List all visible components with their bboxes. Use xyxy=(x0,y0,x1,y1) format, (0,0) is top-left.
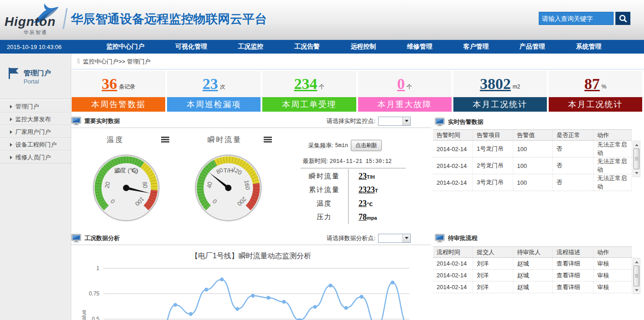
app-header: Hignton 华辰智通 华辰智通设备远程监控物联网云平台 xyxy=(0,0,644,40)
sidebar-item-4[interactable]: 维修人员门户 xyxy=(0,151,71,163)
table-row[interactable]: 2014-02-14刘洋赵城查看详细审核 xyxy=(433,258,632,270)
stat-card-1[interactable]: 23次本周巡检漏项 xyxy=(167,71,261,112)
reading-value[interactable]: 23 xyxy=(359,172,367,181)
scroll-down-button[interactable] xyxy=(634,287,639,293)
svg-text:value: value xyxy=(81,310,87,320)
sidebar: 管理门户 Portal 管理门户监控大屏发布厂家用户门户设备工程师门户维修人员门… xyxy=(0,54,71,320)
stat-card-3[interactable]: 0个本月重大故障 xyxy=(358,71,452,112)
gauge-title-flow: 瞬时流量 xyxy=(207,135,242,145)
select-dropdown-button[interactable] xyxy=(403,234,410,242)
stat-unit: 个 xyxy=(319,83,324,91)
stat-value[interactable]: 23 xyxy=(202,76,218,92)
table-row[interactable]: 2014-02-142号龙门吊100否无法正常启动 xyxy=(433,158,632,174)
refresh-button[interactable]: 点击刷新 xyxy=(351,140,382,151)
sidebar-item-3[interactable]: 设备工程师门户 xyxy=(0,138,71,151)
nav-item-7[interactable]: 产品管理 xyxy=(520,43,545,51)
header-search xyxy=(539,12,630,25)
nav-item-8[interactable]: 系统管理 xyxy=(576,43,601,51)
approval-panel-title: 待审批流程 xyxy=(448,234,477,242)
reading-value[interactable]: 23 xyxy=(359,199,367,208)
select-dropdown-button[interactable] xyxy=(403,117,410,125)
stat-card-2[interactable]: 234个本周工单受理 xyxy=(262,71,356,112)
search-button[interactable] xyxy=(615,12,630,25)
table-row[interactable]: 2014-02-14刘洋赵城查看详细审核 xyxy=(433,281,632,293)
temperature-gauge: 020406080100温度 (℃) xyxy=(92,153,161,222)
page-title: 华辰智通设备远程监控物联网云平台 xyxy=(71,11,267,27)
latest-time: 最新时间: 2014-11-21 15:30:12 xyxy=(303,157,392,165)
nav-menu: 监控中心门户可视化管理工况监控工况告警远程控制维修管理客户管理产品管理系统管理 xyxy=(91,43,644,51)
approval-table-scrollbar[interactable] xyxy=(633,258,640,294)
approval-panel-header: 待审批流程 xyxy=(431,231,644,245)
stat-card-5[interactable]: 87%本月工况统计 xyxy=(549,71,642,112)
triangle-right-icon xyxy=(10,156,12,159)
alarm-panel-header: 实时告警数据 xyxy=(431,115,644,129)
nav-item-3[interactable]: 工况告警 xyxy=(294,43,320,51)
stat-card-4[interactable]: 3802m2本月工况统计 xyxy=(453,71,547,112)
nav-item-1[interactable]: 可视化管理 xyxy=(175,43,207,51)
stat-value[interactable]: 0 xyxy=(397,76,405,92)
triangle-right-icon xyxy=(10,105,12,108)
logo-subtext: 华辰智通 xyxy=(24,29,47,36)
sidebar-item-1[interactable]: 监控大屏发布 xyxy=(0,113,71,125)
nav-item-2[interactable]: 工况监控 xyxy=(238,43,263,51)
sidebar-menu: 管理门户监控大屏发布厂家用户门户设备工程师门户维修人员门户 xyxy=(0,100,71,163)
nav-item-4[interactable]: 远程控制 xyxy=(350,43,376,51)
arrow-up-icon xyxy=(635,144,639,146)
realtime-section-title: 重要实时数据 xyxy=(84,117,120,125)
stat-label: 本月工况统计 xyxy=(549,97,642,112)
column-header: 动作 xyxy=(594,130,632,141)
breadcrumb-icon xyxy=(78,59,80,64)
stat-value[interactable]: 3802 xyxy=(480,76,511,92)
breadcrumb: 监控中心门户>> 管理门户 xyxy=(71,54,644,69)
stat-label: 本月工况统计 xyxy=(453,97,547,112)
chevron-down-icon xyxy=(405,237,408,239)
sidebar-item-2[interactable]: 厂家用户门户 xyxy=(0,125,71,138)
nav-timestamp: 2015-10-19 10:43:06 xyxy=(0,44,91,50)
analysis-point-select[interactable] xyxy=(378,234,411,243)
reading-value[interactable]: 78 xyxy=(359,212,367,222)
arrow-down-icon xyxy=(635,289,639,291)
stat-label: 本周告警数据 xyxy=(72,97,165,112)
chart-menu-icon[interactable] xyxy=(264,137,272,143)
table-row[interactable]: 2014-02-14刘洋赵城查看详细审核 xyxy=(433,270,632,281)
nav-item-6[interactable]: 客户管理 xyxy=(463,43,489,51)
stat-value[interactable]: 36 xyxy=(102,76,117,92)
analysis-selector: 请选择数据分析点: xyxy=(326,234,411,243)
stat-value[interactable]: 234 xyxy=(294,76,317,92)
svg-text:20: 20 xyxy=(103,181,111,189)
svg-text:【电厂1号线】瞬时流量动态监测分析: 【电厂1号线】瞬时流量动态监测分析 xyxy=(191,252,311,260)
scroll-down-button[interactable] xyxy=(634,170,639,176)
sidebar-item-0[interactable]: 管理门户 xyxy=(0,100,71,113)
stat-label: 本周巡检漏项 xyxy=(167,97,261,112)
scroll-up-button[interactable] xyxy=(634,142,639,148)
table-row[interactable]: 2014-02-143号龙门吊100否无法正常启动 xyxy=(433,174,632,191)
reading-value[interactable]: 2323 xyxy=(359,185,375,194)
monitor-icon xyxy=(435,118,445,127)
portal-title: 管理门户 xyxy=(24,69,51,78)
chevron-down-icon xyxy=(405,120,408,122)
scrollbar-thumb[interactable] xyxy=(634,148,639,169)
scrollbar-thumb[interactable] xyxy=(634,266,639,286)
stat-value[interactable]: 87 xyxy=(585,76,600,92)
search-input[interactable] xyxy=(539,12,614,25)
stat-unit: 条记录 xyxy=(119,83,135,91)
gauge-title-temperature: 温度 xyxy=(107,135,124,145)
alarm-table-scrollbar[interactable] xyxy=(633,141,640,177)
scroll-up-button[interactable] xyxy=(634,259,639,265)
analysis-section-title: 工况数据分析 xyxy=(84,234,120,242)
table-row[interactable]: 2014-02-141号龙门吊100否无法正常启动 xyxy=(433,141,632,158)
chart-menu-icon[interactable] xyxy=(161,137,169,143)
column-header: 告警值 xyxy=(513,130,553,141)
nav-item-0[interactable]: 监控中心门户 xyxy=(106,43,144,51)
svg-text:温度 (℃): 温度 (℃) xyxy=(114,167,138,174)
stat-unit: 个 xyxy=(407,83,412,91)
nav-item-5[interactable]: 维修管理 xyxy=(407,43,433,51)
monitor-icon xyxy=(71,234,81,243)
realtime-point-select[interactable] xyxy=(378,117,411,126)
alarm-table: 告警时间告警项目告警值是否正常动作2014-02-141号龙门吊100否无法正常… xyxy=(433,129,632,191)
reading-row-1: 累计流量2323T xyxy=(300,183,406,197)
stat-card-0[interactable]: 36条记录本周告警数据 xyxy=(72,71,165,112)
search-icon xyxy=(619,14,628,23)
column-header: 告警时间 xyxy=(433,130,473,141)
reading-row-0: 瞬时流量23T/H xyxy=(300,169,406,183)
